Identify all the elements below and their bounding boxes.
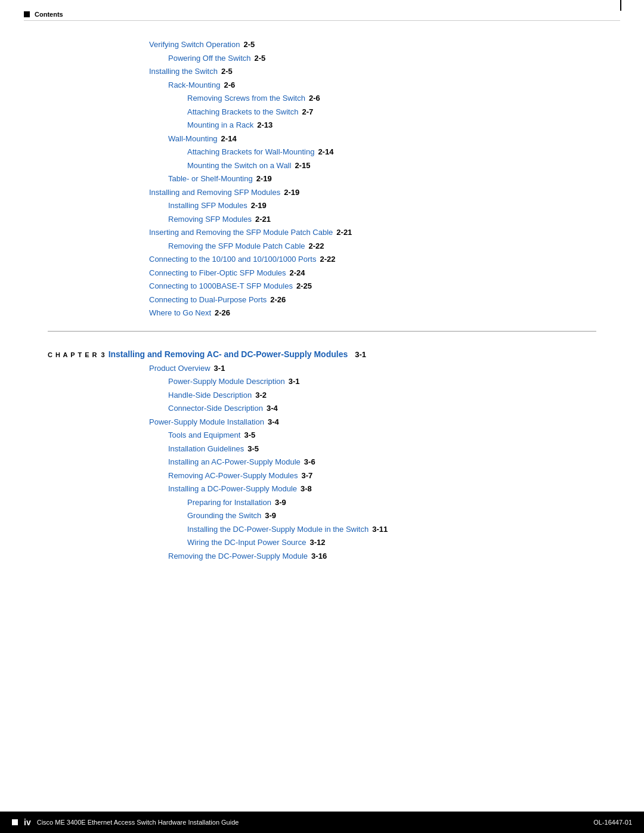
toc-link[interactable]: Installation Guidelines [168, 443, 244, 455]
toc-page-number: 2-26 [270, 294, 286, 306]
toc-row: Grounding the Switch3-9 [24, 510, 620, 522]
toc-row: Installing an AC-Power-Supply Module3-6 [24, 456, 620, 468]
toc-page-number: 3-8 [301, 483, 312, 495]
toc-page-number: 3-16 [311, 550, 327, 562]
toc-row: Power-Supply Module Installation3-4 [24, 416, 620, 428]
toc-page-number: 3-1 [214, 363, 225, 374]
toc-link[interactable]: Connecting to the 10/100 and 10/100/1000… [149, 253, 316, 265]
toc-page-number: 3-12 [309, 537, 325, 549]
toc-link[interactable]: Rack-Mounting [168, 79, 220, 91]
toc-link[interactable]: Wiring the DC-Input Power Source [187, 537, 306, 549]
toc-page-number: 3-6 [304, 456, 315, 468]
toc-page-number: 2-22 [309, 240, 324, 252]
toc-page-number: 2-21 [255, 213, 271, 225]
toc-page-number: 3-1 [289, 376, 300, 388]
toc-link[interactable]: Connecting to Dual-Purpose Ports [149, 294, 267, 306]
toc-page-number: 3-11 [372, 524, 388, 535]
toc-link[interactable]: Removing Screws from the Switch [187, 92, 305, 104]
toc-row: Connector-Side Description3-4 [24, 402, 620, 414]
chapter3-toc-list: Product Overview3-1Power-Supply Module D… [24, 363, 620, 562]
toc-content: Verifying Switch Operation2-5Powering Of… [0, 21, 644, 599]
toc-link[interactable]: Preparing for Installation [187, 497, 271, 509]
toc-link[interactable]: Power-Supply Module Installation [149, 416, 264, 428]
toc-page-number: 2-5 [243, 39, 255, 51]
toc-link[interactable]: Removing the SFP Module Patch Cable [168, 240, 305, 252]
toc-row: Where to Go Next2-26 [24, 307, 620, 319]
toc-page-number: 2-7 [302, 106, 313, 118]
toc-page-number: 3-7 [301, 470, 312, 482]
toc-link[interactable]: Installing an AC-Power-Supply Module [168, 456, 301, 468]
toc-page-number: 3-5 [247, 443, 259, 455]
chapter3-heading: C H A P T E R 3 Installing and Removing … [24, 349, 620, 359]
toc-row: Verifying Switch Operation2-5 [24, 39, 620, 51]
toc-link[interactable]: Removing the DC-Power-Supply Module [168, 550, 308, 562]
toc-row: Removing the SFP Module Patch Cable2-22 [24, 240, 620, 252]
footer-square-icon [12, 819, 18, 825]
toc-link[interactable]: Wall-Mounting [168, 133, 218, 145]
toc-page-number: 2-13 [257, 119, 273, 131]
toc-row: Installation Guidelines3-5 [24, 443, 620, 455]
toc-link[interactable]: Connector-Side Description [168, 402, 263, 414]
toc-link[interactable]: Where to Go Next [149, 307, 211, 319]
toc-row: Inserting and Removing the SFP Module Pa… [24, 227, 620, 239]
toc-page-number: 2-21 [336, 227, 352, 239]
header-label: Contents [35, 11, 63, 18]
toc-page-number: 2-14 [318, 146, 333, 158]
chapter3-title-link[interactable]: Installing and Removing AC- and DC-Power… [109, 349, 348, 359]
toc-link[interactable]: Installing a DC-Power-Supply Module [168, 483, 297, 495]
toc-page-number: 2-19 [251, 200, 267, 212]
toc-row: Tools and Equipment3-5 [24, 429, 620, 441]
toc-link[interactable]: Mounting in a Rack [187, 119, 253, 131]
toc-row: Handle-Side Description3-2 [24, 389, 620, 401]
toc-link[interactable]: Table- or Shelf-Mounting [168, 173, 253, 185]
toc-link[interactable]: Installing and Removing SFP Modules [149, 187, 280, 199]
toc-link[interactable]: Removing SFP Modules [168, 213, 252, 225]
toc-page-number: 3-5 [244, 429, 255, 441]
toc-row: Removing Screws from the Switch2-6 [24, 92, 620, 104]
toc-link[interactable]: Tools and Equipment [168, 429, 240, 441]
toc-row: Attaching Brackets for Wall-Mounting2-14 [24, 146, 620, 158]
toc-link[interactable]: Removing AC-Power-Supply Modules [168, 470, 298, 482]
toc-row: Attaching Brackets to the Switch2-7 [24, 106, 620, 118]
toc-row: Connecting to 1000BASE-T SFP Modules2-25 [24, 280, 620, 292]
toc-row: Removing AC-Power-Supply Modules3-7 [24, 470, 620, 482]
toc-link[interactable]: Power-Supply Module Description [168, 376, 285, 388]
toc-row: Rack-Mounting2-6 [24, 79, 620, 91]
toc-page-number: 2-19 [256, 173, 272, 185]
toc-link[interactable]: Powering Off the Switch [168, 52, 251, 64]
footer-document-title: Cisco ME 3400E Ethernet Access Switch Ha… [37, 819, 239, 826]
toc-link[interactable]: Attaching Brackets to the Switch [187, 106, 298, 118]
toc-row: Installing and Removing SFP Modules2-19 [24, 187, 620, 199]
toc-link[interactable]: Grounding the Switch [187, 510, 261, 522]
toc-row: Connecting to Fiber-Optic SFP Modules2-2… [24, 267, 620, 279]
toc-link[interactable]: Product Overview [149, 363, 210, 374]
toc-page-number: 3-9 [265, 510, 276, 522]
toc-link[interactable]: Installing the Switch [149, 66, 218, 78]
toc-page-number: 3-4 [268, 416, 279, 428]
toc-link[interactable]: Handle-Side Description [168, 389, 252, 401]
chapter3-page: 3-1 [355, 350, 366, 359]
chapter-num: 3 [101, 351, 105, 358]
toc-link[interactable]: Installing the DC-Power-Supply Module in… [187, 524, 369, 535]
toc-link[interactable]: Connecting to 1000BASE-T SFP Modules [149, 280, 293, 292]
toc-row: Mounting the Switch on a Wall2-15 [24, 160, 620, 172]
toc-page-number: 2-5 [221, 66, 233, 78]
toc-row: Connecting to the 10/100 and 10/100/1000… [24, 253, 620, 265]
toc-list: Verifying Switch Operation2-5Powering Of… [24, 39, 620, 319]
toc-page-number: 3-4 [267, 402, 278, 414]
toc-row: Connecting to Dual-Purpose Ports2-26 [24, 294, 620, 306]
toc-row: Mounting in a Rack2-13 [24, 119, 620, 131]
toc-row: Powering Off the Switch2-5 [24, 52, 620, 64]
toc-row: Wall-Mounting2-14 [24, 133, 620, 145]
toc-row: Removing SFP Modules2-21 [24, 213, 620, 225]
toc-link[interactable]: Inserting and Removing the SFP Module Pa… [149, 227, 333, 239]
toc-link[interactable]: Connecting to Fiber-Optic SFP Modules [149, 267, 286, 279]
toc-link[interactable]: Verifying Switch Operation [149, 39, 240, 51]
page-header: Contents [0, 0, 644, 20]
toc-link[interactable]: Attaching Brackets for Wall-Mounting [187, 146, 314, 158]
toc-page-number: 2-25 [296, 280, 312, 292]
toc-link[interactable]: Mounting the Switch on a Wall [187, 160, 291, 172]
toc-link[interactable]: Installing SFP Modules [168, 200, 247, 212]
chapter-label: C H A P T E R [48, 351, 98, 358]
toc-page-number: 2-14 [221, 133, 237, 145]
